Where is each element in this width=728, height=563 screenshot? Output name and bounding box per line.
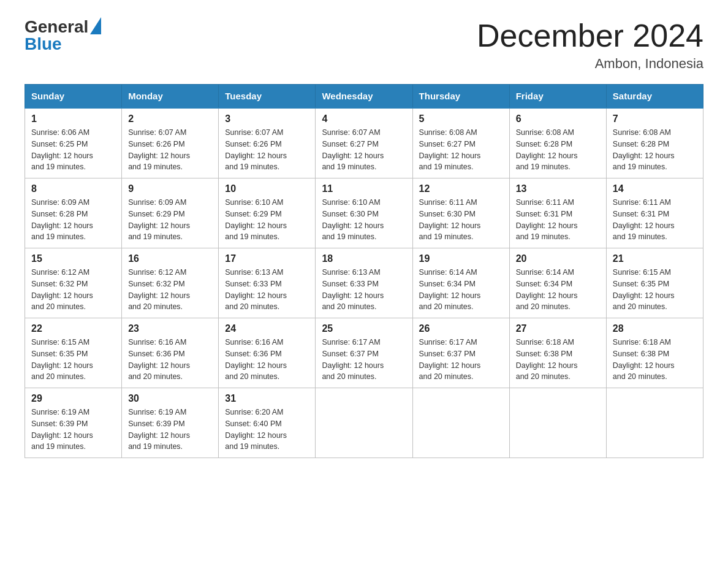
day-number: 25 (322, 323, 406, 334)
table-row (606, 388, 703, 458)
day-number: 10 (225, 183, 309, 194)
table-row: 1 Sunrise: 6:06 AM Sunset: 6:25 PM Dayli… (25, 108, 122, 178)
col-friday: Friday (509, 85, 606, 109)
day-number: 18 (322, 253, 406, 264)
day-number: 21 (613, 253, 697, 264)
day-number: 9 (128, 183, 212, 194)
day-number: 5 (419, 113, 503, 124)
day-number: 30 (128, 393, 212, 404)
day-number: 13 (516, 183, 600, 194)
table-row: 13 Sunrise: 6:11 AM Sunset: 6:31 PM Dayl… (509, 178, 606, 248)
day-info: Sunrise: 6:13 AM Sunset: 6:33 PM Dayligh… (225, 267, 309, 313)
day-number: 4 (322, 113, 406, 124)
day-number: 12 (419, 183, 503, 194)
day-info: Sunrise: 6:20 AM Sunset: 6:40 PM Dayligh… (225, 407, 309, 453)
day-info: Sunrise: 6:09 AM Sunset: 6:29 PM Dayligh… (128, 197, 212, 243)
table-row (412, 388, 509, 458)
day-info: Sunrise: 6:10 AM Sunset: 6:29 PM Dayligh… (225, 197, 309, 243)
table-row: 18 Sunrise: 6:13 AM Sunset: 6:33 PM Dayl… (316, 248, 412, 318)
table-row: 19 Sunrise: 6:14 AM Sunset: 6:34 PM Dayl… (412, 248, 509, 318)
day-info: Sunrise: 6:19 AM Sunset: 6:39 PM Dayligh… (31, 407, 115, 453)
day-number: 20 (516, 253, 600, 264)
day-number: 27 (516, 323, 600, 334)
table-row: 21 Sunrise: 6:15 AM Sunset: 6:35 PM Dayl… (606, 248, 703, 318)
day-number: 7 (613, 113, 697, 124)
col-sunday: Sunday (25, 85, 122, 109)
day-number: 2 (128, 113, 212, 124)
calendar-week-4: 22 Sunrise: 6:15 AM Sunset: 6:35 PM Dayl… (25, 318, 703, 388)
day-info: Sunrise: 6:07 AM Sunset: 6:26 PM Dayligh… (225, 127, 309, 173)
day-info: Sunrise: 6:16 AM Sunset: 6:36 PM Dayligh… (128, 337, 212, 383)
title-section: December 2024 Ambon, Indonesia (477, 18, 703, 72)
table-row: 12 Sunrise: 6:11 AM Sunset: 6:30 PM Dayl… (412, 178, 509, 248)
table-row: 24 Sunrise: 6:16 AM Sunset: 6:36 PM Dayl… (219, 318, 316, 388)
col-wednesday: Wednesday (316, 85, 412, 109)
logo-text-blue: Blue (25, 36, 101, 53)
day-info: Sunrise: 6:09 AM Sunset: 6:28 PM Dayligh… (31, 197, 115, 243)
table-row: 28 Sunrise: 6:18 AM Sunset: 6:38 PM Dayl… (606, 318, 703, 388)
day-info: Sunrise: 6:11 AM Sunset: 6:31 PM Dayligh… (613, 197, 697, 243)
table-row: 7 Sunrise: 6:08 AM Sunset: 6:28 PM Dayli… (606, 108, 703, 178)
day-info: Sunrise: 6:18 AM Sunset: 6:38 PM Dayligh… (613, 337, 697, 383)
day-info: Sunrise: 6:19 AM Sunset: 6:39 PM Dayligh… (128, 407, 212, 453)
day-info: Sunrise: 6:16 AM Sunset: 6:36 PM Dayligh… (225, 337, 309, 383)
day-info: Sunrise: 6:18 AM Sunset: 6:38 PM Dayligh… (516, 337, 600, 383)
table-row: 4 Sunrise: 6:07 AM Sunset: 6:27 PM Dayli… (316, 108, 412, 178)
day-number: 17 (225, 253, 309, 264)
day-number: 6 (516, 113, 600, 124)
logo-text-general: General (25, 18, 88, 36)
day-number: 31 (225, 393, 309, 404)
calendar-header: Sunday Monday Tuesday Wednesday Thursday… (25, 85, 703, 109)
day-number: 11 (322, 183, 406, 194)
page-header: General Blue December 2024 Ambon, Indone… (25, 18, 703, 72)
day-info: Sunrise: 6:12 AM Sunset: 6:32 PM Dayligh… (31, 267, 115, 313)
header-row: Sunday Monday Tuesday Wednesday Thursday… (25, 85, 703, 109)
day-info: Sunrise: 6:17 AM Sunset: 6:37 PM Dayligh… (419, 337, 503, 383)
day-number: 23 (128, 323, 212, 334)
table-row: 2 Sunrise: 6:07 AM Sunset: 6:26 PM Dayli… (122, 108, 219, 178)
calendar-week-2: 8 Sunrise: 6:09 AM Sunset: 6:28 PM Dayli… (25, 178, 703, 248)
day-info: Sunrise: 6:07 AM Sunset: 6:26 PM Dayligh… (128, 127, 212, 173)
table-row (316, 388, 412, 458)
day-info: Sunrise: 6:15 AM Sunset: 6:35 PM Dayligh… (31, 337, 115, 383)
day-info: Sunrise: 6:11 AM Sunset: 6:31 PM Dayligh… (516, 197, 600, 243)
col-saturday: Saturday (606, 85, 703, 109)
day-info: Sunrise: 6:17 AM Sunset: 6:37 PM Dayligh… (322, 337, 406, 383)
table-row: 25 Sunrise: 6:17 AM Sunset: 6:37 PM Dayl… (316, 318, 412, 388)
day-info: Sunrise: 6:08 AM Sunset: 6:28 PM Dayligh… (516, 127, 600, 173)
day-number: 29 (31, 393, 115, 404)
logo: General Blue (25, 18, 101, 53)
col-tuesday: Tuesday (219, 85, 316, 109)
col-thursday: Thursday (412, 85, 509, 109)
day-number: 28 (613, 323, 697, 334)
table-row: 8 Sunrise: 6:09 AM Sunset: 6:28 PM Dayli… (25, 178, 122, 248)
table-row: 9 Sunrise: 6:09 AM Sunset: 6:29 PM Dayli… (122, 178, 219, 248)
calendar-week-3: 15 Sunrise: 6:12 AM Sunset: 6:32 PM Dayl… (25, 248, 703, 318)
day-info: Sunrise: 6:10 AM Sunset: 6:30 PM Dayligh… (322, 197, 406, 243)
day-info: Sunrise: 6:15 AM Sunset: 6:35 PM Dayligh… (613, 267, 697, 313)
day-number: 16 (128, 253, 212, 264)
day-number: 15 (31, 253, 115, 264)
table-row: 14 Sunrise: 6:11 AM Sunset: 6:31 PM Dayl… (606, 178, 703, 248)
table-row: 11 Sunrise: 6:10 AM Sunset: 6:30 PM Dayl… (316, 178, 412, 248)
logo-triangle-icon (90, 17, 101, 34)
table-row: 20 Sunrise: 6:14 AM Sunset: 6:34 PM Dayl… (509, 248, 606, 318)
day-number: 22 (31, 323, 115, 334)
day-number: 1 (31, 113, 115, 124)
day-number: 24 (225, 323, 309, 334)
day-info: Sunrise: 6:12 AM Sunset: 6:32 PM Dayligh… (128, 267, 212, 313)
calendar-week-1: 1 Sunrise: 6:06 AM Sunset: 6:25 PM Dayli… (25, 108, 703, 178)
calendar-title: December 2024 (477, 18, 703, 53)
table-row: 16 Sunrise: 6:12 AM Sunset: 6:32 PM Dayl… (122, 248, 219, 318)
day-number: 8 (31, 183, 115, 194)
day-info: Sunrise: 6:14 AM Sunset: 6:34 PM Dayligh… (516, 267, 600, 313)
table-row: 22 Sunrise: 6:15 AM Sunset: 6:35 PM Dayl… (25, 318, 122, 388)
day-info: Sunrise: 6:13 AM Sunset: 6:33 PM Dayligh… (322, 267, 406, 313)
table-row: 5 Sunrise: 6:08 AM Sunset: 6:27 PM Dayli… (412, 108, 509, 178)
table-row: 31 Sunrise: 6:20 AM Sunset: 6:40 PM Dayl… (219, 388, 316, 458)
table-row: 30 Sunrise: 6:19 AM Sunset: 6:39 PM Dayl… (122, 388, 219, 458)
table-row: 10 Sunrise: 6:10 AM Sunset: 6:29 PM Dayl… (219, 178, 316, 248)
calendar-subtitle: Ambon, Indonesia (477, 56, 703, 72)
day-info: Sunrise: 6:14 AM Sunset: 6:34 PM Dayligh… (419, 267, 503, 313)
table-row: 3 Sunrise: 6:07 AM Sunset: 6:26 PM Dayli… (219, 108, 316, 178)
